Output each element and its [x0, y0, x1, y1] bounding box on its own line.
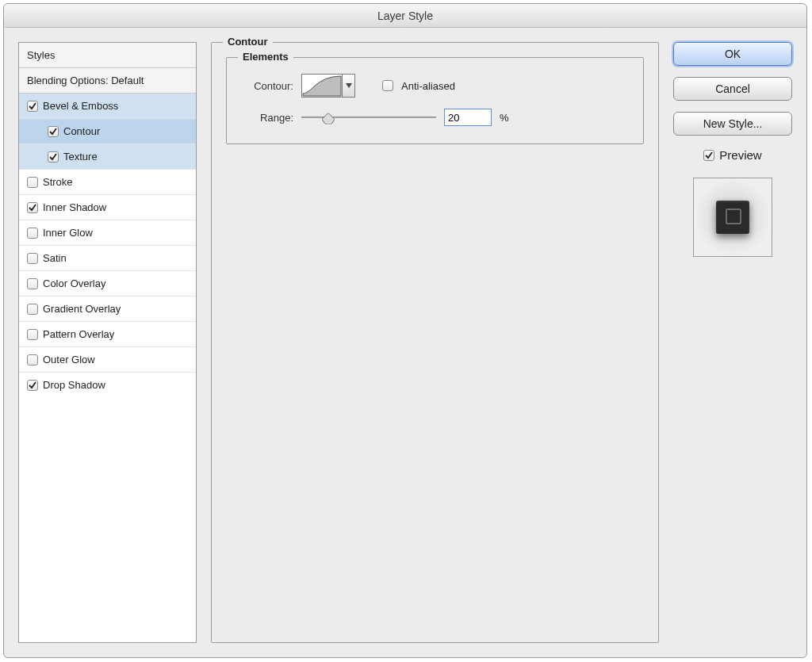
preview-toggle-row: Preview [673, 148, 792, 162]
style-checkbox[interactable] [27, 304, 38, 315]
contour-row: Contour: [239, 74, 630, 98]
style-checkbox[interactable] [27, 380, 38, 391]
window-title: Layer Style [377, 10, 433, 22]
range-unit: % [500, 112, 509, 124]
style-row-bevel-emboss[interactable]: Bevel & Emboss [19, 94, 196, 119]
style-label: Drop Shadow [43, 379, 105, 391]
style-row-gradient-overlay[interactable]: Gradient Overlay [19, 297, 196, 322]
style-label: Satin [43, 252, 67, 264]
slider-thumb[interactable] [322, 113, 335, 124]
anti-aliased-checkbox[interactable] [382, 80, 393, 91]
anti-aliased-label: Anti-aliased [401, 80, 455, 92]
style-label: Contour [63, 125, 100, 137]
layer-style-dialog: Layer Style Styles Blending Options: Def… [3, 3, 807, 658]
chevron-down-icon [346, 83, 352, 88]
style-row-texture[interactable]: Texture [19, 144, 196, 170]
style-row-inner-shadow[interactable]: Inner Shadow [19, 195, 196, 220]
window-titlebar: Layer Style [4, 4, 806, 28]
contour-group-title: Contour [223, 36, 273, 48]
range-input[interactable] [444, 109, 492, 126]
contour-dropdown-button[interactable] [343, 74, 355, 98]
style-checkbox[interactable] [27, 278, 38, 289]
ok-button[interactable]: OK [673, 42, 792, 66]
style-row-drop-shadow[interactable]: Drop Shadow [19, 373, 196, 397]
dialog-buttons-column: OK Cancel New Style... Preview [673, 42, 792, 643]
check-icon [49, 128, 57, 136]
preview-label: Preview [719, 148, 761, 162]
contour-label: Contour: [239, 80, 293, 92]
cancel-button[interactable]: Cancel [673, 77, 792, 101]
style-label: Pattern Overlay [43, 328, 114, 340]
check-icon [29, 381, 36, 389]
style-row-color-overlay[interactable]: Color Overlay [19, 271, 196, 297]
style-label: Outer Glow [43, 354, 95, 365]
styles-sidebar: Styles Blending Options: Default Bevel &… [18, 42, 197, 643]
style-label: Stroke [43, 176, 73, 188]
style-label: Inner Shadow [43, 201, 106, 213]
style-row-contour[interactable]: Contour [19, 119, 196, 144]
contour-group: Contour Elements Contour: [211, 42, 659, 643]
window-content: Styles Blending Options: Default Bevel &… [4, 28, 806, 657]
check-icon [705, 151, 713, 159]
style-row-stroke[interactable]: Stroke [19, 170, 196, 195]
style-label: Bevel & Emboss [43, 100, 118, 112]
preview-thumbnail [693, 178, 772, 257]
range-slider[interactable] [301, 109, 436, 125]
style-label: Texture [63, 151, 98, 163]
styles-header[interactable]: Styles [19, 43, 196, 68]
style-label: Gradient Overlay [43, 303, 121, 315]
style-label: Color Overlay [43, 277, 105, 289]
style-checkbox[interactable] [27, 329, 38, 340]
style-checkbox[interactable] [27, 101, 38, 112]
preview-checkbox[interactable] [703, 150, 714, 161]
style-checkbox[interactable] [27, 202, 38, 213]
style-checkbox[interactable] [27, 253, 38, 264]
style-row-inner-glow[interactable]: Inner Glow [19, 220, 196, 246]
range-row: Range: % [239, 109, 630, 126]
contour-curve-preview[interactable] [301, 74, 343, 98]
style-row-pattern-overlay[interactable]: Pattern Overlay [19, 322, 196, 347]
range-label: Range: [239, 112, 293, 124]
style-checkbox[interactable] [27, 228, 38, 239]
elements-group-title: Elements [238, 51, 293, 63]
new-style-button[interactable]: New Style... [673, 112, 792, 136]
style-checkbox[interactable] [48, 126, 59, 137]
style-checkbox[interactable] [48, 151, 59, 163]
check-icon [29, 204, 36, 212]
contour-panel: Contour Elements Contour: [211, 42, 659, 643]
blending-options-row[interactable]: Blending Options: Default [19, 68, 196, 94]
style-checkbox[interactable] [27, 177, 38, 188]
style-row-outer-glow[interactable]: Outer Glow [19, 347, 196, 373]
elements-group: Elements Contour: [226, 57, 644, 144]
check-icon [29, 102, 36, 110]
preview-swatch [716, 201, 749, 234]
check-icon [49, 153, 57, 161]
style-row-satin[interactable]: Satin [19, 246, 196, 271]
style-checkbox[interactable] [27, 354, 38, 365]
style-label: Inner Glow [43, 227, 93, 239]
